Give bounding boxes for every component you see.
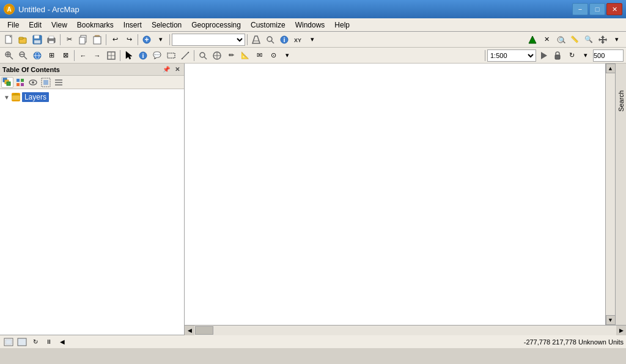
measure-btn[interactable]: 📏 [568, 33, 581, 46]
toc-tab-selection[interactable] [40, 77, 52, 88]
find-route-btn[interactable] [526, 33, 539, 46]
menu-edit[interactable]: Edit [24, 18, 46, 31]
more-scale-btn[interactable]: ▾ [579, 49, 592, 62]
menu-file[interactable]: File [2, 18, 24, 31]
menu-customize[interactable]: Customize [246, 18, 290, 31]
coordinates-display: -277,778 217,778 Unknown Units [524, 338, 624, 346]
full-extent-btn[interactable] [105, 49, 118, 62]
svg-rect-61 [21, 79, 24, 82]
toc-tab-visibility[interactable] [27, 77, 39, 88]
layers-label[interactable]: Layers [22, 92, 49, 102]
svg-text:XY: XY [294, 37, 301, 43]
status-left: ↻ ⏸ ◀ [2, 337, 68, 348]
svg-rect-58 [7, 82, 10, 86]
svg-marker-54 [541, 52, 547, 59]
menu-bar: File Edit View Bookmarks Insert Selectio… [0, 18, 626, 32]
zoom-out-btn[interactable] [17, 49, 30, 62]
open-button[interactable] [17, 33, 30, 46]
fixed-zoom-in-btn[interactable]: ⊞ [45, 49, 58, 62]
menu-geoprocessing[interactable]: Geoprocessing [186, 18, 246, 31]
select-by-rect-btn[interactable] [164, 49, 178, 62]
toc-tab-options[interactable] [53, 77, 65, 88]
svg-rect-55 [555, 55, 560, 59]
go-btn[interactable] [537, 49, 550, 62]
undo-button[interactable]: ↩ [108, 33, 122, 46]
cut-button[interactable]: ✂ [62, 33, 76, 46]
scale-input[interactable] [593, 49, 624, 62]
identify-tool-btn[interactable]: i [136, 49, 150, 62]
map-tips-btn[interactable] [210, 49, 224, 62]
attribute-table-btn[interactable]: ✕ [540, 33, 553, 46]
maximize-button[interactable]: □ [589, 3, 605, 15]
svg-marker-18 [252, 36, 260, 43]
time-slider-btn[interactable]: ✏ [224, 49, 238, 62]
standard-toolbar: ✂ ↩ ↪ + ▾ i XY ▾ ✕ 🔍 📏 🔍 ▾ [0, 32, 626, 48]
tools-dropdown[interactable]: ▾ [281, 49, 294, 62]
scale-combo[interactable]: 1:500 [487, 49, 536, 62]
zoom-btn[interactable]: 🔍 [582, 33, 595, 46]
scroll-up-button[interactable]: ▲ [606, 64, 616, 73]
scroll-left-button[interactable]: ◀ [185, 326, 194, 335]
refresh-btn[interactable]: ↻ [29, 337, 42, 348]
rotate-btn[interactable]: ↻ [565, 49, 578, 62]
scroll-down-button[interactable]: ▼ [606, 315, 616, 325]
menu-bookmarks[interactable]: Bookmarks [72, 18, 119, 31]
3d-btn[interactable]: ⊙ [267, 49, 280, 62]
prev-extent-btn[interactable]: ← [76, 49, 90, 62]
layer-expand-icon[interactable]: ▼ [4, 94, 10, 101]
menu-insert[interactable]: Insert [119, 18, 147, 31]
more-tools-btn3[interactable]: ✉ [252, 49, 266, 62]
more-tools-btn[interactable]: ▾ [306, 33, 319, 46]
gps-btn[interactable]: 📐 [238, 49, 252, 62]
close-button[interactable]: ✕ [606, 3, 622, 15]
copy-button[interactable] [76, 33, 90, 46]
globe-btn[interactable] [31, 49, 44, 62]
paste-button[interactable] [90, 33, 104, 46]
more-tools-btn2[interactable]: ▾ [610, 33, 624, 46]
menu-selection[interactable]: Selection [147, 18, 186, 31]
menu-view[interactable]: View [46, 18, 72, 31]
scale-lock-btn[interactable] [551, 49, 564, 62]
zoom-in-btn[interactable] [2, 49, 16, 62]
add-data-dropdown[interactable]: ▾ [154, 33, 168, 46]
go-to-xy-button[interactable]: XY [292, 33, 305, 46]
data-view-btn[interactable] [16, 337, 28, 348]
editor-toolbar-btn[interactable] [249, 33, 263, 46]
scroll-track[interactable] [606, 73, 616, 315]
map-document-combo[interactable] [172, 34, 245, 46]
toc-tab-source[interactable] [14, 77, 26, 88]
toc-close-button[interactable]: ✕ [173, 65, 182, 74]
vertical-scrollbar[interactable]: ▲ ▼ [605, 64, 615, 325]
search-tab[interactable]: Search [616, 88, 626, 114]
select-arrow-btn[interactable] [122, 49, 136, 62]
horizontal-scrollbar[interactable]: ◀ ▶ [185, 325, 626, 335]
redo-button[interactable]: ↪ [122, 33, 136, 46]
add-data-button[interactable]: + [140, 33, 153, 46]
hscroll-thumb[interactable] [195, 326, 213, 335]
toc-tab-draw-order[interactable] [1, 77, 13, 88]
fixed-zoom-out-btn[interactable]: ⊠ [59, 49, 72, 62]
find-tool-btn[interactable] [196, 49, 210, 62]
next-extent-btn[interactable]: → [90, 49, 104, 62]
hscroll-track[interactable] [194, 326, 616, 335]
pause-drawing-btn[interactable]: ⏸ [43, 337, 55, 348]
map-canvas[interactable] [185, 64, 605, 325]
scroll-right-button[interactable]: ▶ [616, 326, 626, 335]
minimize-button[interactable]: − [572, 3, 588, 15]
measure-tool-btn[interactable] [179, 49, 192, 62]
select-features-btn[interactable]: 🔍 [554, 33, 567, 46]
svg-rect-10 [49, 36, 54, 38]
html-popup-btn[interactable]: 💬 [150, 49, 164, 62]
toc-pin-button[interactable]: 📌 [162, 65, 171, 74]
menu-help[interactable]: Help [330, 18, 355, 31]
pan-btn[interactable] [596, 33, 609, 46]
identify-button[interactable]: i [278, 33, 291, 46]
layout-view-btn[interactable] [2, 337, 15, 348]
new-button[interactable] [2, 33, 16, 46]
print-button[interactable] [45, 33, 58, 46]
stop-btn[interactable]: ◀ [56, 337, 68, 348]
tb2-sep4 [485, 50, 485, 61]
save-button[interactable] [31, 33, 44, 46]
find-button[interactable] [263, 33, 277, 46]
menu-windows[interactable]: Windows [290, 18, 330, 31]
